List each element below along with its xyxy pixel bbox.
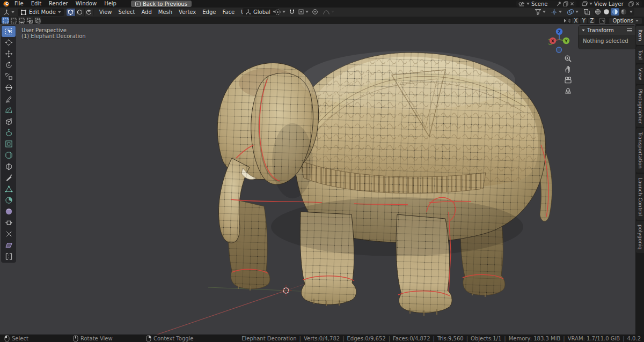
menu-add[interactable]: Add — [138, 9, 155, 15]
vertex-select-mode-button[interactable] — [67, 9, 76, 16]
tweak-fallback-icon[interactable] — [599, 18, 606, 24]
options-dropdown[interactable]: Options — [609, 18, 642, 24]
tool-shrink-fatten[interactable] — [2, 228, 16, 240]
mirror-z-toggle[interactable]: Z — [588, 18, 595, 24]
hint-context-toggle-label: Context Toggle — [153, 336, 194, 341]
tool-transform[interactable] — [2, 82, 16, 93]
menu-window[interactable]: Window — [72, 0, 100, 8]
select-subtract-button[interactable] — [18, 17, 25, 24]
tab-photographer[interactable]: Photographer — [636, 85, 644, 128]
menu-mesh[interactable]: Mesh — [155, 9, 175, 15]
tool-spin[interactable] — [2, 195, 16, 206]
camera-view-button[interactable] — [564, 76, 572, 84]
tool-rip-region[interactable] — [2, 251, 16, 262]
object-visibility-button[interactable] — [533, 8, 547, 16]
perspective-toggle-button[interactable] — [564, 86, 572, 95]
mouse-left-icon — [4, 335, 10, 342]
new-scene-icon[interactable] — [563, 1, 568, 6]
tab-polygoniq[interactable]: polygoniq — [636, 221, 644, 254]
panel-menu-icon[interactable] — [627, 28, 632, 32]
show-gizmos-button[interactable] — [549, 8, 564, 16]
transform-panel-header[interactable]: Transform — [579, 26, 635, 35]
select-set-button[interactable] — [2, 17, 9, 24]
tool-options-cluster: X Y Z Options — [564, 18, 642, 24]
xray-toggle-button[interactable] — [582, 8, 592, 16]
tool-add-cube[interactable] — [2, 116, 16, 127]
tab-tool[interactable]: Tool — [636, 46, 644, 63]
mirror-y-toggle[interactable]: Y — [580, 18, 587, 24]
pivot-point-button[interactable] — [273, 8, 287, 16]
menu-render[interactable]: Render — [45, 0, 72, 8]
menu-file[interactable]: File — [11, 0, 27, 8]
view-layer-selector[interactable]: View Layer — [580, 1, 642, 7]
tool-tweak[interactable] — [2, 26, 16, 37]
tab-item[interactable]: Item — [636, 26, 644, 45]
menu-edit[interactable]: Edit — [27, 0, 45, 8]
shading-material-preview-button[interactable] — [611, 8, 619, 16]
shading-wireframe-button[interactable] — [594, 8, 602, 16]
hint-select-label: Select — [12, 336, 28, 341]
proportional-falloff-button[interactable] — [321, 8, 336, 16]
tool-bevel[interactable] — [2, 150, 16, 161]
menu-vertex[interactable]: Vertex — [175, 9, 199, 15]
navigation-gizmo[interactable]: Z X Y — [548, 26, 572, 54]
tool-inset-faces[interactable] — [2, 138, 16, 150]
viewport-display-controls — [533, 8, 634, 16]
editor-type-button[interactable] — [2, 9, 16, 16]
tool-edge-slide[interactable] — [2, 217, 16, 228]
tab-transportation[interactable]: Transportation — [636, 128, 644, 173]
tool-rotate[interactable] — [2, 60, 16, 71]
zoom-button[interactable] — [564, 54, 572, 63]
proportional-editing-button[interactable] — [310, 8, 320, 16]
select-extend-button[interactable] — [10, 17, 17, 24]
menu-select[interactable]: Select — [115, 9, 138, 15]
pin-icon[interactable] — [557, 1, 561, 6]
pan-button[interactable] — [564, 65, 572, 73]
tool-scale[interactable] — [2, 71, 16, 82]
tool-smooth[interactable] — [2, 206, 16, 217]
show-overlays-button[interactable] — [565, 8, 580, 16]
snap-settings-button[interactable] — [296, 8, 310, 16]
tool-shear[interactable] — [2, 240, 16, 251]
transform-panel-body: Nothing selected — [579, 35, 635, 49]
tool-move[interactable] — [2, 48, 16, 60]
select-intersect-button[interactable] — [34, 17, 41, 24]
menu-face[interactable]: Face — [219, 9, 238, 15]
tab-view[interactable]: View — [636, 64, 644, 84]
menu-help[interactable]: Help — [100, 0, 120, 8]
gizmo-z-label: Z — [558, 29, 561, 34]
back-to-previous-button[interactable]: Back to Previous — [131, 1, 192, 7]
back-to-previous-label: Back to Previous — [143, 1, 187, 7]
remove-view-layer-icon[interactable] — [635, 2, 640, 6]
mirror-x-toggle[interactable]: X — [572, 18, 579, 24]
select-invert-button[interactable] — [26, 17, 33, 24]
shading-solid-button[interactable] — [602, 8, 611, 16]
gizmos-icon — [551, 9, 558, 16]
menu-view[interactable]: View — [96, 9, 115, 15]
editor-type-chevron — [11, 11, 14, 13]
tool-poly-build[interactable] — [2, 183, 16, 195]
tool-loop-cut[interactable] — [2, 161, 16, 172]
tool-knife[interactable] — [2, 172, 16, 183]
scene-selector[interactable]: Scene — [516, 1, 576, 7]
gizmo-axis-z-negative[interactable] — [557, 47, 562, 53]
tool-extrude-region[interactable] — [2, 127, 16, 138]
mode-selector[interactable]: Edit Mode — [18, 9, 64, 16]
overlays-chevron — [575, 11, 579, 13]
blender-logo-icon[interactable] — [3, 1, 10, 8]
unlink-scene-icon[interactable] — [570, 2, 574, 6]
tab-launch-control[interactable]: Launch Control — [636, 174, 644, 220]
toolbar — [1, 25, 16, 263]
snap-toggle-button[interactable] — [287, 8, 297, 16]
shading-rendered-button[interactable] — [619, 8, 628, 16]
face-select-mode-button[interactable] — [85, 9, 94, 16]
elephant-model[interactable] — [204, 46, 569, 316]
tool-measure[interactable] — [2, 105, 16, 116]
viewport-canvas[interactable] — [0, 24, 644, 334]
menu-edge[interactable]: Edge — [199, 9, 219, 15]
new-view-layer-icon[interactable] — [628, 1, 634, 6]
tool-cursor[interactable] — [2, 37, 16, 48]
tool-annotate[interactable] — [2, 93, 16, 105]
edge-select-mode-button[interactable] — [76, 9, 85, 16]
viewport-3d[interactable]: User Perspective (1) Elephant Decoration — [0, 24, 644, 334]
